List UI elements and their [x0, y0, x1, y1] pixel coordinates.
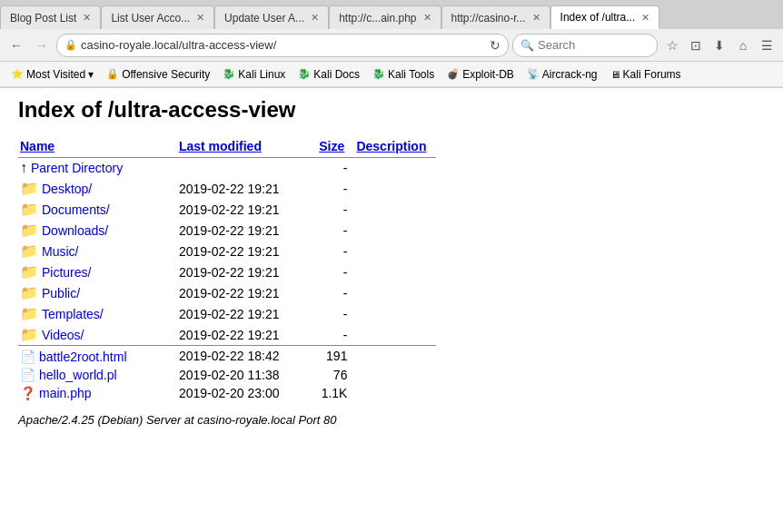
table-row: 📁 Templates/ 2019-02-22 19:21 -: [18, 303, 436, 324]
cell-modified: 2019-02-22 19:21: [177, 261, 317, 282]
cell-modified: 2019-02-20 23:00: [177, 384, 317, 402]
cell-modified: 2019-02-22 19:21: [177, 303, 317, 324]
nav-right-buttons: ☆ ⊡ ⬇ ⌂ ☰: [661, 34, 778, 56]
cell-desc: [354, 241, 436, 261]
bookmark-item-3[interactable]: 🐉Kali Docs: [292, 66, 365, 83]
page-title: Index of /ultra-access-view: [18, 97, 765, 123]
tab-close-tab5[interactable]: ✕: [532, 12, 540, 24]
tab-close-tab6[interactable]: ✕: [641, 12, 649, 24]
cell-modified: 2019-02-22 19:21: [177, 241, 317, 261]
bookmark-item-5[interactable]: 💣Exploit-DB: [441, 66, 520, 83]
reload-button[interactable]: ↻: [490, 38, 501, 53]
sort-name-link[interactable]: Name: [20, 139, 55, 153]
cell-desc: [354, 303, 436, 324]
file-link[interactable]: Downloads/: [42, 223, 108, 238]
forward-button[interactable]: →: [31, 34, 53, 56]
tab-close-tab4[interactable]: ✕: [423, 12, 431, 24]
cell-desc: [354, 199, 436, 220]
tab-close-tab3[interactable]: ✕: [311, 12, 319, 24]
bookmarks-bar: ⭐Most Visited▾🔒Offensive Security🐉Kali L…: [0, 62, 783, 87]
menu-button[interactable]: ☰: [756, 34, 778, 56]
cell-size: 76: [317, 366, 354, 384]
cell-name: 📁 Public/: [18, 282, 177, 303]
lock-icon: 🔒: [64, 39, 77, 51]
cell-size: -: [317, 282, 354, 303]
file-icon: 📄: [20, 368, 35, 382]
cell-name: 📁 Templates/: [18, 303, 177, 324]
server-info: Apache/2.4.25 (Debian) Server at casino-…: [18, 413, 765, 427]
cell-desc: [354, 384, 436, 402]
file-link[interactable]: battle2root.html: [39, 350, 127, 364]
cell-desc: [354, 346, 436, 367]
file-link[interactable]: Desktop/: [42, 182, 92, 196]
tab-tab2[interactable]: List User Acco...✕: [101, 5, 214, 29]
tab-close-tab2[interactable]: ✕: [196, 12, 204, 24]
file-link[interactable]: Parent Directory: [31, 161, 123, 175]
tab-tab6[interactable]: Index of /ultra...✕: [550, 5, 660, 29]
cell-modified: 2019-02-22 19:21: [177, 178, 317, 199]
table-row: 📁 Downloads/ 2019-02-22 19:21 -: [18, 220, 436, 241]
cell-name: 📁 Pictures/: [18, 261, 177, 282]
tab-tab3[interactable]: Update User A...✕: [214, 5, 329, 29]
table-row: 📁 Music/ 2019-02-22 19:21 -: [18, 241, 436, 261]
cell-size: -: [317, 199, 354, 220]
browser-chrome: Blog Post List✕List User Acco...✕Update …: [0, 0, 783, 88]
file-link[interactable]: Music/: [42, 244, 78, 259]
folder-icon: 📁: [20, 305, 38, 322]
bookmark-item-2[interactable]: 🐉Kali Linux: [217, 66, 291, 83]
folder-icon: 📁: [20, 263, 38, 281]
back-button[interactable]: ←: [5, 34, 27, 56]
tab-tab4[interactable]: http://c...ain.php✕: [329, 5, 441, 29]
cell-name: 📄 hello_world.pl: [18, 366, 177, 384]
download-button[interactable]: ⬇: [709, 34, 730, 56]
file-link[interactable]: hello_world.pl: [39, 368, 117, 382]
sort-modified-link[interactable]: Last modified: [179, 139, 262, 153]
sort-desc-link[interactable]: Description: [356, 139, 426, 153]
bookmark-item-4[interactable]: 🐉Kali Tools: [367, 66, 440, 83]
col-header-name: Name: [18, 137, 177, 158]
tab-tab1[interactable]: Blog Post List✕: [0, 5, 101, 29]
file-link[interactable]: Templates/: [42, 307, 104, 321]
cell-desc: [354, 158, 436, 179]
tab-tab5[interactable]: http://casino-r...✕: [441, 5, 550, 29]
address-input[interactable]: [81, 38, 486, 52]
sort-size-link[interactable]: Size: [319, 139, 344, 153]
home-button[interactable]: ⌂: [732, 34, 754, 56]
col-header-modified: Last modified: [177, 137, 317, 158]
folder-icon: 📁: [20, 201, 38, 218]
table-row: 📁 Pictures/ 2019-02-22 19:21 -: [18, 261, 436, 282]
cell-name: 📁 Documents/: [18, 199, 177, 220]
cell-size: -: [317, 324, 354, 346]
table-row: 📄 battle2root.html 2019-02-22 18:42 191: [18, 346, 436, 367]
file-icon: 📄: [20, 350, 35, 364]
table-row: ↑ Parent Directory -: [18, 158, 436, 179]
table-row: ❓ main.php 2019-02-20 23:00 1.1K: [18, 384, 436, 402]
cell-desc: [354, 366, 436, 384]
cell-size: 1.1K: [317, 384, 354, 402]
bookmark-item-7[interactable]: 🖥Kali Forums: [605, 66, 687, 83]
col-header-description: Description: [354, 137, 436, 158]
unknown-file-icon: ❓: [20, 386, 35, 400]
cell-size: -: [317, 220, 354, 241]
bookmark-star-button[interactable]: ☆: [661, 34, 683, 56]
cell-name: ↑ Parent Directory: [18, 158, 177, 178]
reader-view-button[interactable]: ⊡: [685, 34, 707, 56]
tab-close-tab1[interactable]: ✕: [83, 12, 91, 24]
cell-size: -: [317, 241, 354, 261]
cell-name: 📁 Music/: [18, 241, 177, 261]
bookmark-item-1[interactable]: 🔒Offensive Security: [101, 66, 215, 83]
cell-desc: [354, 282, 436, 303]
file-link[interactable]: Videos/: [42, 328, 84, 342]
file-link[interactable]: main.php: [39, 386, 92, 400]
table-row: 📁 Documents/ 2019-02-22 19:21 -: [18, 199, 436, 220]
cell-size: -: [317, 261, 354, 282]
file-link[interactable]: Public/: [42, 286, 80, 300]
file-link[interactable]: Pictures/: [42, 265, 91, 280]
bookmark-item-0[interactable]: ⭐Most Visited▾: [5, 66, 99, 83]
folder-icon: 📁: [20, 180, 38, 197]
cell-modified: 2019-02-22 18:42: [177, 346, 317, 367]
file-link[interactable]: Documents/: [42, 202, 110, 217]
cell-name: ❓ main.php: [18, 384, 177, 402]
table-row: 📁 Public/ 2019-02-22 19:21 -: [18, 282, 436, 303]
bookmark-item-6[interactable]: 📡Aircrack-ng: [521, 66, 603, 83]
